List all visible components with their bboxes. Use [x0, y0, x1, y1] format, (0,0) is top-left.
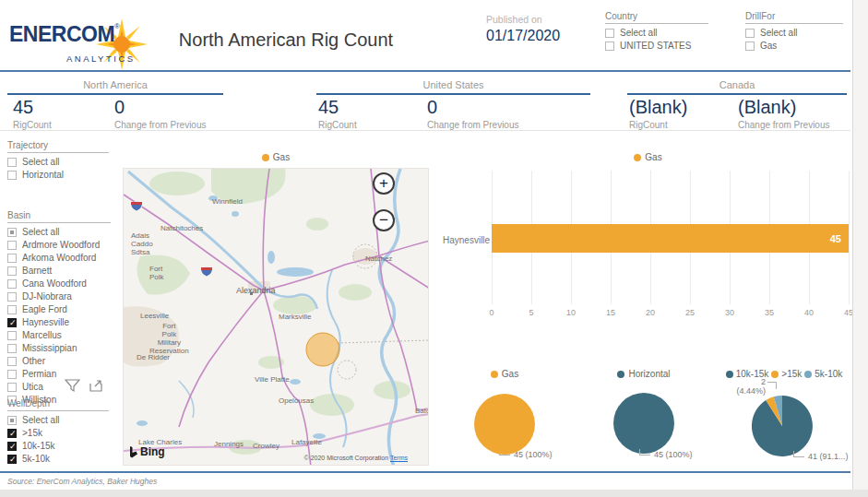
checkbox[interactable]	[745, 41, 755, 51]
dashboard-canvas: ENERCOM® ANALYTICS North American Rig Co…	[0, 0, 868, 497]
map-town-label: Marksville	[279, 313, 312, 321]
welldepth-option[interactable]: Select all	[7, 415, 109, 425]
kpi-card-na-change: 0 Change from Previous	[114, 97, 207, 130]
trajectory-option[interactable]: Horizontal	[7, 170, 109, 180]
kpi-divider	[0, 130, 850, 131]
checkbox[interactable]	[7, 357, 17, 366]
basin-option-haynesville[interactable]: Haynesville	[7, 317, 111, 327]
pie-leader-line	[499, 449, 510, 456]
filter-funnel-icon[interactable]	[65, 379, 80, 393]
bar-data-label: 45	[830, 233, 841, 244]
bing-logo[interactable]: Bing	[129, 445, 165, 458]
source-note: Source: EnerCom Analytics, Baker Hughes	[7, 477, 157, 486]
kpi-group-title: North America	[7, 79, 223, 90]
published-label: Published on	[486, 14, 560, 25]
pie-horizontal-label: 45 (100%)	[654, 450, 693, 459]
map-zoom-in-button[interactable]: +	[373, 172, 395, 195]
bar-chart: 45 Haynesville 0 5 10 15 20 25 30 35 40 …	[443, 148, 853, 321]
checkbox[interactable]	[7, 254, 17, 263]
checkbox[interactable]	[7, 171, 17, 180]
legend-dot-5k-10k	[804, 371, 812, 378]
published-block: Published on 01/17/2020	[486, 14, 560, 44]
bar-x-axis: 0 5 10 15 20 25 30 35 40 45	[443, 308, 853, 319]
basin-option[interactable]: Permian	[7, 369, 111, 379]
checkbox[interactable]	[7, 292, 17, 302]
checkbox[interactable]	[7, 455, 17, 464]
checkbox[interactable]	[7, 318, 17, 327]
welldepth-option[interactable]: 10k-15k	[7, 441, 109, 451]
drillfor-slicer: DrillFor Select all Gas	[745, 11, 843, 51]
map-zoom-out-button[interactable]: −	[373, 209, 395, 231]
trajectory-option[interactable]: Select all	[7, 157, 109, 167]
trajectory-slicer: Trajectory Select all Horizontal	[7, 140, 109, 180]
checkbox[interactable]	[7, 266, 17, 276]
basin-option[interactable]: Barnett	[7, 266, 111, 276]
logo-registered-mark: ®	[114, 22, 120, 30]
basin-option[interactable]: Marcellus	[7, 330, 111, 340]
country-option-united-states[interactable]: UNITED STATES	[605, 41, 708, 51]
visual-header-icons	[65, 379, 102, 393]
checkbox[interactable]	[7, 331, 17, 340]
bing-map[interactable]: Winnfield Natchitoches Adais Caddo Sdtsa…	[123, 168, 429, 466]
basin-option[interactable]: Other	[7, 356, 111, 366]
pie-gas-legend: Gas	[458, 369, 551, 379]
drillfor-option-select-all[interactable]: Select all	[745, 28, 843, 38]
pie-chart-welldepth[interactable]	[750, 394, 814, 458]
kpi-group-canada: Canada	[627, 79, 847, 95]
logo-brand-text: ENERCOM	[9, 22, 114, 46]
checkbox[interactable]	[7, 279, 17, 289]
pie-chart-gas[interactable]	[472, 392, 537, 456]
country-option-select-all[interactable]: Select all	[605, 28, 708, 38]
bottom-strip	[0, 490, 868, 497]
welldepth-option[interactable]: 5k-10k	[7, 454, 109, 464]
bar-chart-plot: 45	[443, 171, 853, 304]
checkbox[interactable]	[7, 158, 17, 167]
checkbox[interactable]	[7, 383, 17, 392]
bar-haynesville[interactable]: 45	[492, 224, 849, 253]
basin-option[interactable]: Arkoma Woodford	[7, 253, 111, 263]
checkbox[interactable]	[7, 241, 17, 250]
map-town-label: Alexandria	[236, 287, 276, 295]
kpi-card-na-rigcount: 45 RigCount	[13, 97, 52, 130]
footer-divider	[0, 471, 850, 473]
checkbox[interactable]	[745, 29, 755, 38]
checkbox[interactable]	[7, 429, 17, 438]
pie-gas-label: 45 (100%)	[514, 450, 553, 459]
right-gutter	[852, 0, 868, 490]
kpi-group-title: United States	[316, 79, 590, 90]
checkbox[interactable]	[7, 344, 17, 353]
drillfor-option-gas[interactable]: Gas	[745, 41, 843, 51]
map-terms-link[interactable]: Terms	[390, 455, 408, 461]
basin-option[interactable]: Mississippian	[7, 343, 111, 353]
basin-option[interactable]: Select all	[7, 227, 111, 237]
checkbox[interactable]	[7, 228, 17, 237]
basin-option[interactable]: Eagle Ford	[7, 304, 111, 314]
welldepth-option[interactable]: >15k	[7, 428, 109, 438]
kpi-underline	[7, 93, 223, 95]
legend-dot-gt15k	[771, 371, 779, 378]
basin-option[interactable]: Ardmore Woodford	[7, 240, 111, 250]
checkbox[interactable]	[605, 41, 614, 51]
map-bubble-haynesville[interactable]	[306, 333, 339, 366]
basin-slicer: Basin Select all Ardmore Woodford Arkoma…	[7, 210, 111, 405]
map-town-label: Natchitoches	[161, 224, 203, 232]
map-town-label: Bato	[415, 407, 429, 415]
checkbox[interactable]	[7, 442, 17, 451]
focus-mode-icon[interactable]	[89, 380, 102, 392]
checkbox[interactable]	[605, 29, 614, 38]
basin-option[interactable]: DJ-Niobrara	[7, 291, 111, 302]
country-slicer: Country Select all UNITED STATES	[605, 11, 708, 51]
country-slicer-title: Country	[605, 11, 708, 24]
basin-option[interactable]: Cana Woodford	[7, 278, 111, 289]
trajectory-slicer-title: Trajectory	[7, 140, 109, 153]
map-town-label: Adais Caddo Sdtsa	[131, 231, 153, 256]
map-town-label: Ville Platte	[255, 375, 290, 384]
checkbox[interactable]	[7, 416, 17, 425]
welldepth-slicer: WellDepth Select all >15k 10k-15k 5k-10k	[7, 398, 109, 464]
checkbox[interactable]	[7, 305, 17, 314]
pie-chart-horizontal[interactable]	[612, 391, 676, 456]
legend-dot-horizontal	[617, 371, 624, 378]
checkbox[interactable]	[7, 370, 17, 379]
kpi-underline	[316, 93, 590, 95]
map-town-label: Winnfield	[212, 197, 243, 206]
